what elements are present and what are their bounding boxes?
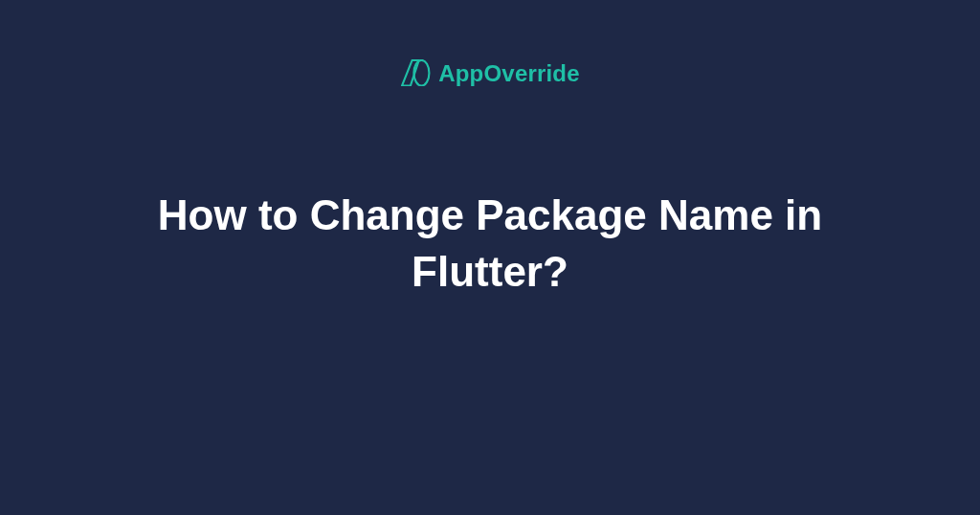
page-title: How to Change Package Name in Flutter? bbox=[126, 187, 854, 301]
brand-logo: AppOverride bbox=[400, 59, 580, 88]
brand-logo-icon bbox=[400, 59, 431, 88]
svg-point-0 bbox=[413, 60, 429, 86]
brand-logo-text: AppOverride bbox=[438, 62, 580, 85]
